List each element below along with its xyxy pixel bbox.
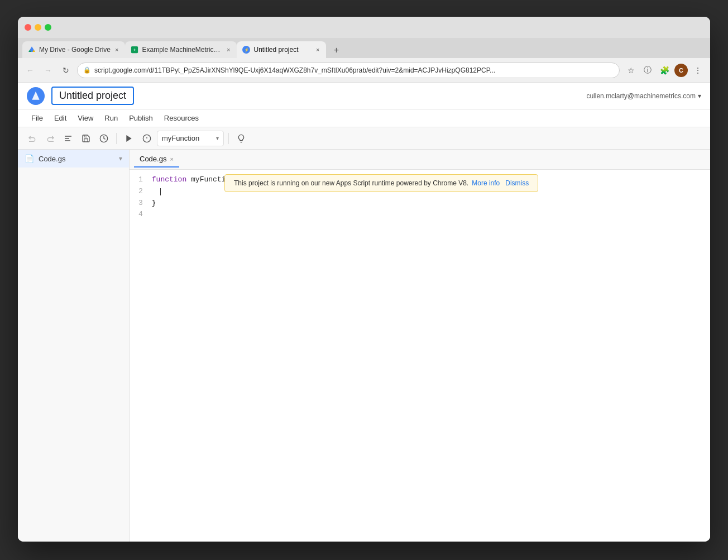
redo-button[interactable] [42, 131, 58, 146]
notification-banner: This project is running on our new Apps … [224, 174, 538, 192]
menu-bar: File Edit View Run Publish Resources [18, 109, 710, 127]
tab-untitled-close[interactable]: × [315, 45, 320, 54]
back-button[interactable]: ← [23, 64, 37, 77]
tab-drive-close[interactable]: × [114, 45, 119, 54]
lock-icon: 🔒 [83, 66, 91, 74]
function-selector[interactable]: myFunction ▾ [157, 131, 224, 146]
tab-example-label: Example MachineMetrics Impo... [142, 46, 222, 54]
code-editor: Code.gs × 1 2 3 4 function myFunction() … [130, 150, 710, 542]
forward-button[interactable]: → [41, 64, 55, 77]
editor-tabs: Code.gs × [130, 150, 710, 170]
notification-text: This project is running on our new Apps … [234, 179, 468, 187]
run-button[interactable] [121, 131, 137, 146]
apps-script-logo[interactable] [27, 87, 45, 105]
apps-script-tab-icon: ⚡ [242, 46, 250, 54]
url-actions: ☆ ⓘ 🧩 C ⋮ [624, 64, 705, 77]
toolbar-separator-2 [228, 133, 229, 144]
menu-resources[interactable]: Resources [160, 112, 203, 125]
user-email[interactable]: cullen.mclarty@machinemetrics.com ▾ [586, 92, 701, 100]
example-tab-icon: + [131, 46, 138, 54]
notification-dismiss[interactable]: Dismiss [505, 179, 529, 187]
user-dropdown-arrow: ▾ [698, 92, 701, 100]
menu-edit[interactable]: Edit [50, 112, 71, 125]
address-bar: ← → ↻ 🔒 script.google.com/d/11TBPyt_PpZ5… [18, 58, 710, 83]
more-options-icon[interactable]: ⋮ [691, 64, 705, 77]
fullscreen-window-button[interactable] [45, 24, 51, 31]
line-number-2: 2 [138, 186, 143, 198]
code-content[interactable]: 1 2 3 4 function myFunction() { } [130, 170, 710, 542]
profile-avatar[interactable]: C [674, 64, 688, 77]
editor-tab-label: Code.gs [140, 155, 166, 163]
sidebar-item-code-gs[interactable]: 📄 Code.gs ▾ [18, 150, 129, 167]
tab-drive-label: My Drive - Google Drive [39, 46, 111, 54]
main-content: 📄 Code.gs ▾ Code.gs × 1 [18, 150, 710, 542]
extensions-icon[interactable]: 🧩 [658, 64, 671, 77]
menu-run[interactable]: Run [100, 112, 122, 125]
format-button[interactable] [60, 131, 76, 146]
toolbar: myFunction ▾ [18, 127, 710, 150]
notification-more-info[interactable]: More info [472, 179, 500, 187]
minimize-window-button[interactable] [35, 24, 41, 31]
app-header: Untitled project cullen.mclarty@machinem… [18, 83, 710, 109]
function-selector-label: myFunction [162, 134, 214, 142]
app-container: Untitled project cullen.mclarty@machinem… [18, 83, 710, 542]
svg-marker-8 [126, 135, 131, 142]
sidebar: 📄 Code.gs ▾ [18, 150, 130, 542]
tab-untitled[interactable]: ⚡ Untitled project × [237, 41, 326, 58]
traffic-lights [25, 24, 51, 31]
line-number-1: 1 [138, 174, 143, 186]
toolbar-separator-1 [116, 133, 117, 144]
project-title[interactable]: Untitled project [56, 88, 130, 103]
url-text: script.google.com/d/11TBPyt_PpZ5AJirXNSh… [94, 66, 614, 74]
sidebar-file-name: Code.gs [39, 155, 65, 163]
svg-text:⚡: ⚡ [244, 47, 250, 52]
tab-untitled-label: Untitled project [253, 46, 312, 54]
close-window-button[interactable] [25, 24, 31, 31]
project-title-container[interactable]: Untitled project [51, 87, 134, 105]
tab-bar: My Drive - Google Drive × + Example Mach… [18, 38, 710, 58]
drive-tab-icon [28, 46, 36, 54]
menu-view[interactable]: View [73, 112, 98, 125]
bookmark-icon[interactable]: ☆ [624, 64, 638, 77]
svg-text:+: + [133, 47, 136, 52]
lightbulb-button[interactable] [233, 131, 249, 146]
tab-drive[interactable]: My Drive - Google Drive × [22, 41, 125, 58]
new-tab-button[interactable]: + [328, 42, 344, 58]
reload-button[interactable]: ↻ [59, 64, 73, 77]
menu-file[interactable]: File [27, 112, 47, 125]
user-email-text: cullen.mclarty@machinemetrics.com [586, 92, 696, 100]
sidebar-file-dropdown[interactable]: ▾ [119, 155, 122, 162]
line-numbers: 1 2 3 4 [130, 174, 152, 537]
line-number-4: 4 [138, 209, 143, 221]
editor-tab-code-gs[interactable]: Code.gs × [134, 152, 179, 167]
file-icon: 📄 [25, 154, 34, 163]
debug-button[interactable] [139, 131, 155, 146]
tab-example-close[interactable]: × [226, 45, 231, 54]
editor-tab-close[interactable]: × [170, 156, 173, 162]
undo-button[interactable] [25, 131, 40, 146]
code-lines[interactable]: function myFunction() { } [152, 174, 710, 537]
function-selector-arrow: ▾ [216, 135, 219, 141]
menu-publish[interactable]: Publish [124, 112, 157, 125]
code-line-3: } [152, 198, 710, 209]
save-button[interactable] [78, 131, 94, 146]
line-number-3: 3 [138, 198, 143, 209]
url-bar[interactable]: 🔒 script.google.com/d/11TBPyt_PpZ5AJirXN… [77, 63, 620, 78]
tab-example[interactable]: + Example MachineMetrics Impo... × [125, 41, 237, 58]
info-icon[interactable]: ⓘ [641, 64, 654, 77]
title-bar [18, 17, 710, 38]
history-button[interactable] [96, 131, 112, 146]
